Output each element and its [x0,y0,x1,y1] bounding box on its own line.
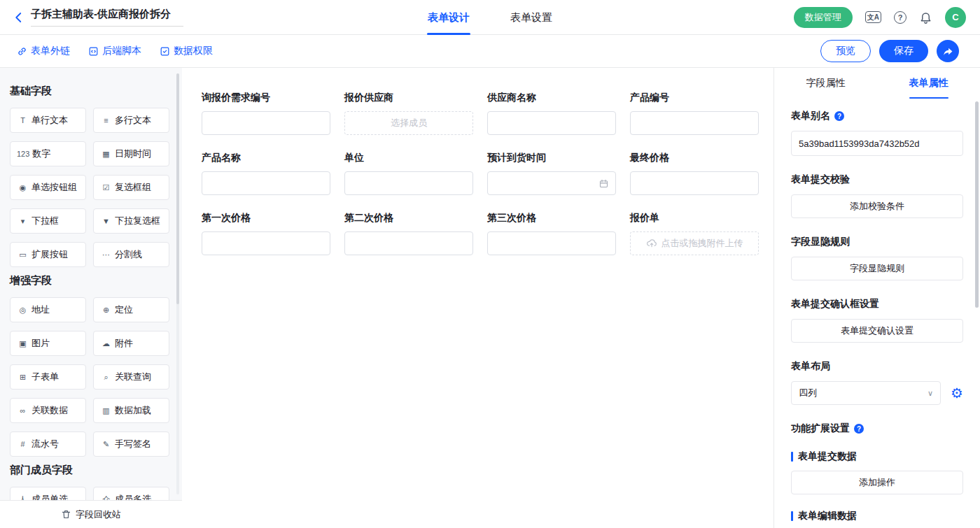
panel-action-button[interactable]: 表单提交确认设置 [791,319,963,343]
field-type-icon: ▼ [100,217,112,225]
properties-panel: 字段属性 表单属性 表单别名 表单提交校验 添加校验条件 字段显隐规则 [774,68,980,528]
field-type-item[interactable]: ⌕ 关联查询 [93,364,169,390]
field-type-item[interactable]: ▦ 日期时间 [93,141,169,166]
field-type-label: 成员单选 [31,493,68,500]
form-field[interactable]: 产品编号 [630,92,759,135]
tab-form-properties[interactable]: 表单属性 [877,68,980,99]
field-type-label: 图片 [31,337,50,350]
form-field[interactable]: 第三次价格 [487,212,616,255]
field-type-item[interactable]: ☑ 复选框组 [93,175,169,200]
text-input[interactable] [202,231,330,255]
field-type-item[interactable]: ◉ 单选按钮组 [10,175,86,200]
field-type-item[interactable]: T 单行文本 [10,108,86,133]
field-type-item[interactable]: ☁ 附件 [93,331,169,356]
field-type-item[interactable]: ∞ 关联数据 [10,398,86,423]
sidebar-scrollbar-thumb[interactable] [176,73,179,304]
field-type-icon: ⊞ [17,373,29,382]
member-select-input[interactable]: 选择成员 [344,111,473,135]
field-type-item[interactable]: ⊕ 定位 [93,297,169,322]
basic-fields-grid: T 单行文本 ≡ 多行文本 123 数字 ▦ [10,108,169,267]
panel-action-button[interactable]: 添加校验条件 [791,194,963,218]
text-input[interactable] [344,231,473,255]
tab-field-properties[interactable]: 字段属性 [774,68,877,99]
form-field[interactable]: 供应商名称 [487,92,616,135]
field-type-item[interactable]: 众 成员多选 [93,487,169,500]
field-type-item[interactable]: ⊞ 子表单 [10,364,86,390]
chevron-down-icon: ∨ [927,389,933,398]
cloud-upload-icon [646,238,657,249]
panel-action-button[interactable]: 字段显隐规则 [791,257,963,280]
panel-section-title: 表单提交校验 [791,173,963,186]
form-title-input[interactable]: 子拆主辅助表-供应商报价拆分 [31,8,183,27]
text-input[interactable] [202,171,330,195]
panel-scrollbar-thumb[interactable] [975,101,979,308]
back-button[interactable] [13,11,25,24]
help-badge-icon[interactable] [854,424,864,434]
panel-section-title: 字段显隐规则 [791,236,963,248]
field-type-item[interactable]: 123 数字 [10,141,86,166]
field-type-item[interactable]: 人 成员单选 [10,487,86,500]
form-field[interactable]: 报价供应商 选择成员 [344,92,473,135]
form-field[interactable]: 第二次价格 [344,212,473,255]
form-field[interactable]: 单位 [344,152,473,195]
form-field[interactable]: 产品名称 [202,152,330,195]
text-input[interactable] [344,171,473,195]
field-type-item[interactable]: ▼ 下拉复选框 [93,208,169,234]
field-type-item[interactable]: ⋯ 分割线 [93,242,169,267]
field-type-label: 扩展按钮 [31,248,68,261]
field-recycle-bin[interactable]: 字段回收站 [0,500,182,528]
panel-subsection-title: 表单编辑数据 [791,510,963,522]
enhanced-fields-grid: ◎ 地址 ⊕ 定位 ▣ 图片 ☁ 附件 [10,297,169,457]
form-field[interactable]: 第一次价格 [202,212,330,255]
layout-gear-icon[interactable]: ⚙ [951,386,963,400]
preview-button[interactable]: 预览 [820,40,871,62]
text-input[interactable] [487,231,616,255]
text-input[interactable] [202,111,330,135]
help-badge-icon[interactable] [834,111,844,121]
data-permission-link[interactable]: 数据权限 [160,45,213,57]
field-type-item[interactable]: # 流水号 [10,431,86,457]
field-type-icon: ∞ [17,406,29,415]
text-input[interactable] [630,111,759,135]
field-type-icon: 众 [100,494,112,501]
field-type-item[interactable]: ▭ 扩展按钮 [10,242,86,267]
text-input[interactable] [487,111,616,135]
form-field[interactable]: 最终价格 [630,152,759,195]
field-type-item[interactable]: ≡ 多行文本 [93,108,169,133]
form-field[interactable]: 报价单 点击或拖拽附件上传 [630,212,759,255]
secondary-toolbar: 表单外链 后端脚本 数据权限 预览 保存 [0,35,980,68]
backend-script-link[interactable]: 后端脚本 [88,45,141,57]
attachment-upload-input[interactable]: 点击或拖拽附件上传 [630,231,759,255]
panel-action-button[interactable]: 添加操作 [791,471,963,494]
user-avatar[interactable]: C [945,7,966,28]
field-type-item[interactable]: ◎ 地址 [10,297,86,322]
form-field[interactable]: 询报价需求编号 [202,92,330,135]
field-library-sidebar: 基础字段 T 单行文本 ≡ 多行文本 123 数字 [0,68,182,528]
tab-form-settings[interactable]: 表单设置 [510,0,552,35]
help-icon[interactable]: ? [894,11,906,24]
form-field[interactable]: 预计到货时间 [487,152,616,195]
field-type-icon: ▦ [100,150,112,159]
field-type-label: 多行文本 [115,114,151,127]
field-type-label: 流水号 [31,438,59,450]
data-manage-button[interactable]: 数据管理 [794,7,853,28]
share-button[interactable] [937,40,959,62]
bell-icon[interactable] [919,10,932,24]
form-alias-input[interactable] [791,131,963,156]
translate-icon[interactable]: 文A [865,11,881,23]
field-type-item[interactable]: ▾ 下拉框 [10,208,86,234]
field-type-icon: 人 [17,494,29,501]
tab-form-design[interactable]: 表单设计 [428,0,470,35]
form-external-link[interactable]: 表单外链 [17,45,70,57]
save-button[interactable]: 保存 [879,40,928,62]
date-input[interactable] [487,171,616,195]
sidebar-section-title: 部门成员字段 [10,464,169,477]
panel-tabs: 字段属性 表单属性 [774,68,980,99]
layout-select[interactable]: 四列 ∨ [791,381,941,405]
accent-bar [791,452,793,462]
form-design-canvas[interactable]: 询报价需求编号 报价供应商 选择成员 供应商名称 产品编号 产品名称 [182,68,774,528]
field-type-item[interactable]: ▣ 图片 [10,331,86,356]
field-type-item[interactable]: ✎ 手写签名 [93,431,169,457]
field-type-item[interactable]: ▥ 数据加载 [93,398,169,423]
text-input[interactable] [630,171,759,195]
